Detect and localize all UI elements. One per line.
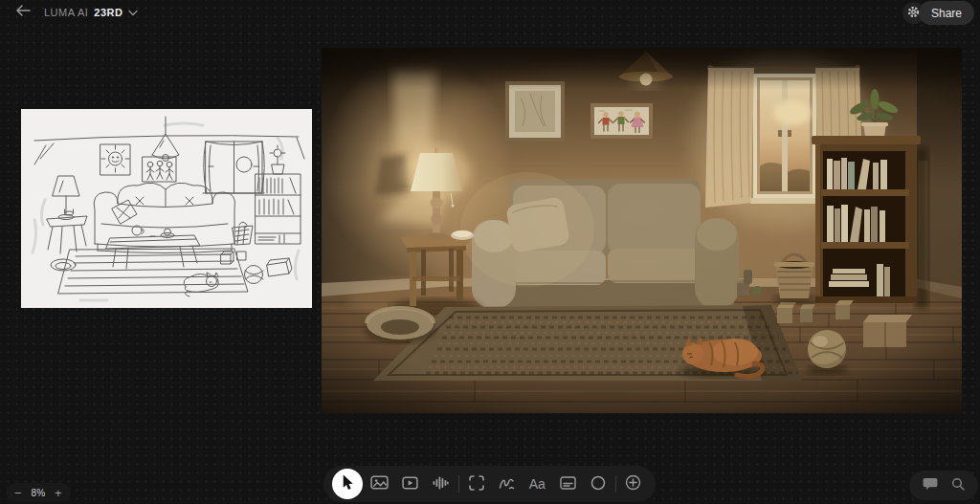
share-button[interactable]: Share bbox=[919, 1, 974, 25]
tool-video-button[interactable] bbox=[397, 471, 424, 497]
canvas-item-render[interactable] bbox=[322, 48, 962, 413]
video-icon bbox=[402, 476, 418, 493]
share-button-label: Share bbox=[931, 7, 962, 20]
sketch-image bbox=[21, 109, 312, 308]
tool-text-button[interactable]: Aa bbox=[523, 471, 550, 497]
board-name: 23RD bbox=[94, 7, 122, 18]
tool-image-button[interactable] bbox=[367, 471, 393, 497]
header-left: LUMA AI 23RD bbox=[15, 5, 138, 19]
toolbar-divider bbox=[615, 475, 616, 493]
draw-scribble-icon bbox=[499, 476, 515, 493]
comment-bubble-icon bbox=[923, 477, 938, 493]
app-name: LUMA AI bbox=[44, 7, 88, 18]
toolbar-divider bbox=[458, 475, 459, 493]
tool-frame-button[interactable] bbox=[463, 471, 490, 497]
chevron-down-icon bbox=[128, 7, 138, 18]
zoom-control: − 8% + bbox=[6, 483, 71, 502]
card-icon bbox=[560, 476, 576, 493]
search-icon bbox=[951, 477, 965, 493]
tool-draw-button[interactable] bbox=[493, 471, 520, 497]
image-icon bbox=[370, 475, 389, 493]
render-vignette bbox=[322, 48, 962, 413]
tool-card-button[interactable] bbox=[554, 471, 581, 497]
toolbar: Aa bbox=[323, 466, 656, 502]
tool-select-button[interactable] bbox=[332, 469, 363, 499]
zoom-level: 8% bbox=[32, 488, 45, 498]
search-button[interactable] bbox=[951, 477, 965, 493]
comments-button[interactable] bbox=[923, 477, 938, 493]
circle-shape-icon bbox=[590, 475, 606, 493]
render-image bbox=[322, 48, 962, 413]
arrow-left-icon bbox=[15, 5, 31, 19]
plus-circle-icon bbox=[625, 474, 641, 493]
audio-waveform-icon bbox=[433, 475, 449, 493]
luma-board-canvas: LUMA AI 23RD Share bbox=[0, 0, 980, 504]
footer-right-pill bbox=[909, 471, 978, 500]
tool-add-button[interactable] bbox=[620, 471, 647, 497]
canvas-item-sketch[interactable] bbox=[21, 109, 312, 308]
tool-audio-button[interactable] bbox=[428, 471, 455, 497]
back-button[interactable] bbox=[15, 5, 31, 19]
cursor-icon bbox=[341, 474, 355, 493]
zoom-out-button[interactable]: − bbox=[14, 487, 22, 499]
frame-icon bbox=[469, 475, 484, 493]
zoom-in-button[interactable]: + bbox=[55, 487, 62, 499]
text-tool-label: Aa bbox=[529, 476, 546, 492]
tool-shape-button[interactable] bbox=[585, 471, 612, 497]
render-top-shadow bbox=[322, 48, 962, 90]
board-title[interactable]: LUMA AI 23RD bbox=[44, 7, 138, 18]
